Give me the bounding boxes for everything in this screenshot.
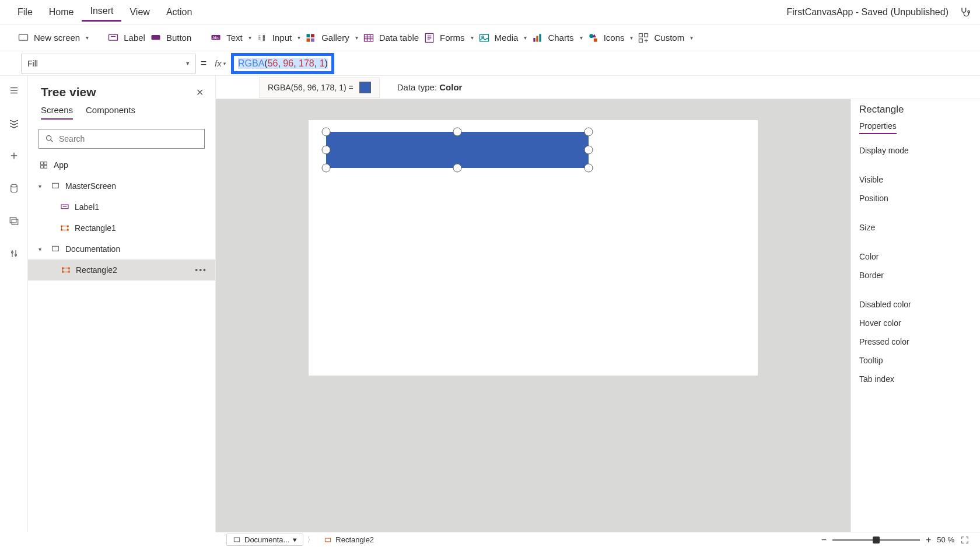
more-icon[interactable]: ••• <box>195 265 207 275</box>
media-panel-icon[interactable] <box>5 212 23 230</box>
svg-point-45 <box>68 268 69 269</box>
tab-components[interactable]: Components <box>86 105 135 120</box>
advanced-tools-icon[interactable] <box>5 245 23 262</box>
svg-rect-43 <box>63 268 69 272</box>
button-button[interactable]: Button <box>150 32 191 44</box>
label-button[interactable]: Label <box>107 32 145 44</box>
charts-button[interactable]: Charts ▾ <box>531 32 582 44</box>
tree-node-label: App <box>54 160 68 170</box>
label-icon <box>60 202 70 212</box>
svg-rect-21 <box>593 38 597 41</box>
prop-pressed-color[interactable]: Pressed color <box>859 332 972 351</box>
data-table-button[interactable]: Data table <box>363 32 419 44</box>
prop-tooltip[interactable]: Tooltip <box>859 351 972 370</box>
prop-size[interactable]: Size <box>859 218 972 237</box>
prop-display-mode[interactable]: Display mode <box>859 141 972 160</box>
formula-token-fn: RGBA <box>238 58 264 69</box>
zoom-slider[interactable] <box>832 539 920 541</box>
svg-rect-10 <box>311 34 314 37</box>
insert-icon[interactable] <box>5 147 23 164</box>
breadcrumb-label: Documenta... <box>244 535 289 544</box>
properties-panel: Rectangle Properties Display mode Visibl… <box>850 99 980 532</box>
button-icon <box>150 32 162 44</box>
menu-view[interactable]: View <box>121 3 158 21</box>
prop-visible[interactable]: Visible <box>859 170 972 189</box>
charts-icon <box>531 32 543 44</box>
breadcrumb-separator: 〉 <box>307 535 314 545</box>
property-selector[interactable]: Fill ▾ <box>21 54 196 73</box>
status-bar: Documenta... ▾ 〉 Rectangle2 − + 50 % <box>216 532 980 547</box>
custom-icon <box>638 32 649 44</box>
data-table-label: Data table <box>379 33 419 43</box>
menu-file[interactable]: File <box>9 3 41 21</box>
prop-color[interactable]: Color <box>859 247 972 266</box>
media-button[interactable]: Media ▾ <box>478 32 527 44</box>
menu-bar: File Home Insert View Action FirstCanvas… <box>0 0 980 24</box>
search-input[interactable] <box>59 134 198 143</box>
prop-tab-index[interactable]: Tab index <box>859 370 972 388</box>
svg-rect-24 <box>639 38 643 42</box>
tree-node-app[interactable]: App <box>28 155 215 176</box>
svg-rect-19 <box>540 34 541 41</box>
custom-button[interactable]: Custom ▾ <box>638 32 693 44</box>
prop-border[interactable]: Border <box>859 266 972 285</box>
svg-point-47 <box>68 271 69 272</box>
tree-node-documentation[interactable]: ▾ Documentation <box>28 239 215 260</box>
text-button[interactable]: Abc Text ▾ <box>210 32 251 44</box>
zoom-in-button[interactable]: + <box>926 535 931 545</box>
formula-input[interactable]: RGBA(56, 96, 178, 1) <box>237 58 328 69</box>
close-icon[interactable]: ✕ <box>196 87 204 98</box>
tab-screens[interactable]: Screens <box>41 105 73 120</box>
rectangle-icon <box>60 223 70 233</box>
svg-rect-9 <box>307 34 310 37</box>
hamburger-icon[interactable] <box>5 82 23 99</box>
svg-rect-57 <box>326 538 331 542</box>
rectangle-shape[interactable] <box>326 132 589 168</box>
prop-position[interactable]: Position <box>859 189 972 208</box>
artboard[interactable] <box>309 120 758 376</box>
app-title: FirstCanvasApp - Saved (Unpublished) <box>787 7 954 17</box>
svg-rect-34 <box>44 166 47 169</box>
input-button[interactable]: Input ▾ <box>256 32 300 44</box>
search-box[interactable] <box>38 129 205 149</box>
tree-node-label: MasterScreen <box>65 181 116 191</box>
screen-icon <box>233 536 241 544</box>
tree-node-rectangle2[interactable]: Rectangle2 ••• <box>28 260 215 280</box>
svg-point-40 <box>61 229 62 230</box>
fit-to-screen-icon[interactable] <box>960 535 970 545</box>
icons-button[interactable]: Icons ▾ <box>587 32 634 44</box>
chevron-down-icon: ▾ <box>223 61 226 66</box>
menu-home[interactable]: Home <box>41 3 82 21</box>
svg-point-39 <box>67 226 68 227</box>
new-screen-button[interactable]: New screen ▾ <box>18 32 89 44</box>
fx-button[interactable]: fx▾ <box>211 58 231 68</box>
prop-hover-color[interactable]: Hover color <box>859 314 972 332</box>
data-icon[interactable] <box>5 180 23 197</box>
svg-rect-15 <box>480 34 488 41</box>
tree-node-label1[interactable]: Label1 <box>28 197 215 218</box>
breadcrumb-control[interactable]: Rectangle2 <box>318 534 380 545</box>
svg-rect-42 <box>52 246 59 251</box>
forms-button[interactable]: Forms ▾ <box>424 32 474 44</box>
zoom-out-button[interactable]: − <box>821 535 827 545</box>
screen-icon <box>50 181 61 191</box>
input-label: Input <box>272 33 292 43</box>
menu-action[interactable]: Action <box>158 3 200 21</box>
properties-tab[interactable]: Properties <box>859 121 897 134</box>
text-label: Text <box>226 33 243 43</box>
chevron-down-icon[interactable]: ▾ <box>38 183 46 190</box>
tree-node-rectangle1[interactable]: Rectangle1 <box>28 218 215 239</box>
chevron-down-icon: ▾ <box>690 34 693 41</box>
gallery-button[interactable]: Gallery ▾ <box>305 32 358 44</box>
breadcrumb-screen[interactable]: Documenta... ▾ <box>226 534 303 546</box>
app-checker-icon[interactable] <box>959 6 971 18</box>
label-icon <box>107 32 119 44</box>
menu-insert[interactable]: Insert <box>82 2 121 22</box>
property-name: Fill <box>27 59 38 68</box>
canvas-area[interactable] <box>216 99 850 532</box>
tree-node-masterscreen[interactable]: ▾ MasterScreen <box>28 176 215 197</box>
tree-view-icon[interactable] <box>5 114 23 132</box>
prop-disabled-color[interactable]: Disabled color <box>859 295 972 314</box>
formula-bar: Fill ▾ = fx▾ RGBA(56, 96, 178, 1) <box>0 51 980 76</box>
chevron-down-icon[interactable]: ▾ <box>38 246 46 253</box>
